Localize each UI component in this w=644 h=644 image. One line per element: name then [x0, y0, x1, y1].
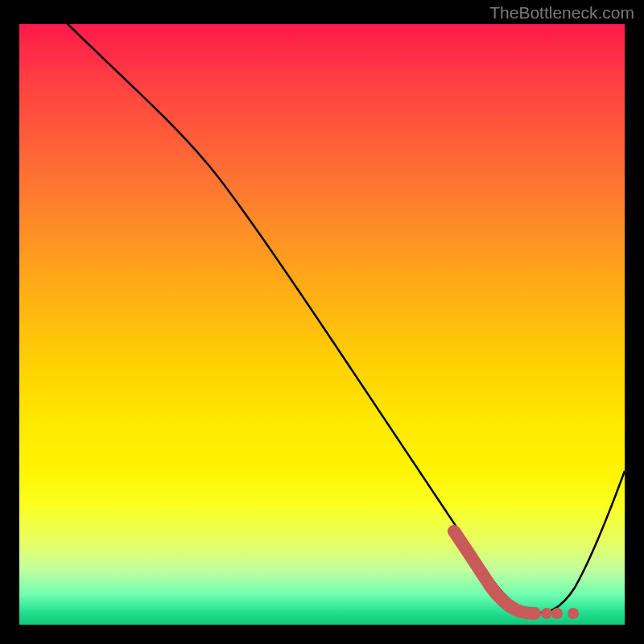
optimum-dot	[541, 608, 552, 619]
optimum-dot	[551, 608, 563, 619]
optimum-zone-stroke	[454, 531, 535, 613]
chart-container: TheBottleneck.com	[0, 0, 644, 644]
chart-svg	[19, 24, 625, 625]
plot-area	[19, 24, 625, 625]
optimum-dot	[568, 608, 579, 619]
watermark-text: TheBottleneck.com	[489, 3, 634, 23]
bottleneck-curve	[52, 24, 625, 613]
